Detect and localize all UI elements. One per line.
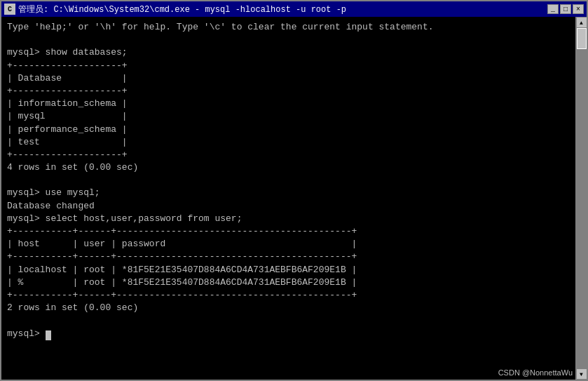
- window-title: 管理员: C:\Windows\System32\cmd.exe - mysql…: [18, 4, 346, 15]
- cmd-window: C 管理员: C:\Windows\System32\cmd.exe - mys…: [0, 0, 588, 381]
- restore-button[interactable]: □: [560, 4, 571, 14]
- terminal-output[interactable]: Type 'help;' or '\h' for help. Type '\c'…: [1, 17, 575, 380]
- window-icon: C: [4, 4, 15, 15]
- watermark: CSDN @NonnettaWu: [498, 368, 573, 377]
- title-bar: C 管理员: C:\Windows\System32\cmd.exe - mys…: [1, 1, 587, 17]
- scrollbar-track[interactable]: [576, 28, 587, 368]
- terminal-cursor: [46, 330, 51, 340]
- close-button[interactable]: ×: [573, 4, 584, 14]
- title-bar-controls: _ □ ×: [547, 4, 584, 14]
- scroll-down-button[interactable]: ▼: [576, 368, 587, 380]
- title-bar-left: C 管理员: C:\Windows\System32\cmd.exe - mys…: [4, 4, 346, 15]
- minimize-button[interactable]: _: [547, 4, 559, 14]
- scrollbar[interactable]: ▲ ▼: [575, 17, 587, 380]
- scroll-up-button[interactable]: ▲: [576, 17, 587, 28]
- scrollbar-thumb[interactable]: [577, 28, 587, 49]
- content-area: Type 'help;' or '\h' for help. Type '\c'…: [1, 17, 587, 380]
